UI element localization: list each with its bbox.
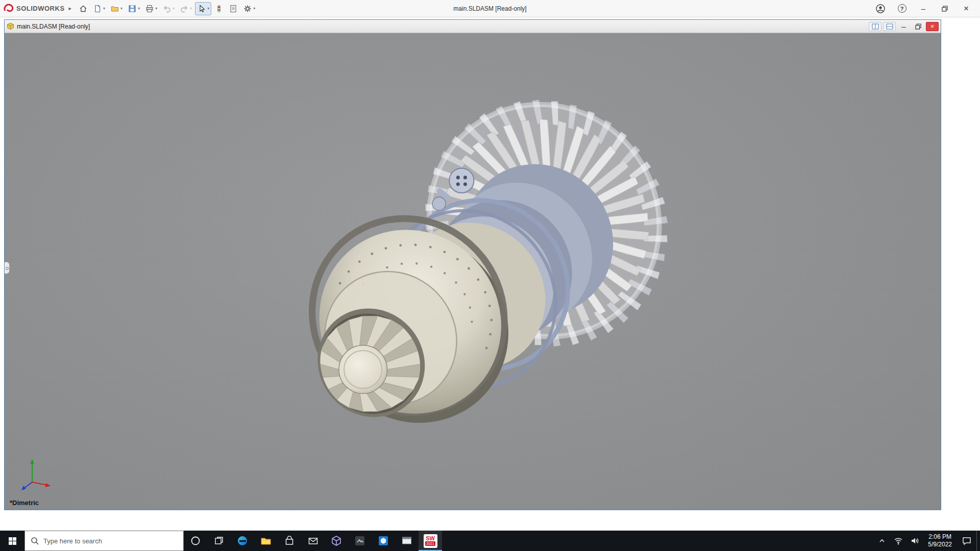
taskbar-app-window[interactable] xyxy=(395,531,419,551)
taskbar-app-solidworks[interactable]: SW 2021 xyxy=(419,531,442,551)
document-titlebar[interactable]: main.SLDASM [Read-only] – × xyxy=(5,20,941,33)
taskbar-search-box[interactable]: Type here to search xyxy=(24,531,184,551)
gear-icon xyxy=(243,4,252,13)
split-view-horizontal-button[interactable] xyxy=(883,22,896,31)
app-client-area: main.SLDASM [Read-only] – × xyxy=(0,17,980,531)
system-tray: 2:06 PM 5/9/2022 xyxy=(874,531,980,551)
new-document-button[interactable]: ▾ xyxy=(91,2,107,15)
open-folder-icon xyxy=(110,4,119,13)
screen: SOLIDWORKS ▸ ▾ ▾ ▾ ▾ xyxy=(0,0,980,551)
restore-document-button[interactable] xyxy=(912,22,924,31)
toolbar-expand-icon[interactable]: ▸ xyxy=(69,5,72,12)
taskbar-app-store[interactable] xyxy=(278,531,301,551)
home-icon xyxy=(79,4,88,13)
restore-window-button[interactable] xyxy=(934,0,955,17)
close-document-button[interactable]: × xyxy=(926,22,939,31)
dropdown-icon[interactable]: ▾ xyxy=(120,6,122,11)
task-view-button[interactable] xyxy=(207,531,231,551)
start-button[interactable] xyxy=(0,531,24,551)
split-vertical-icon xyxy=(872,23,879,30)
help-icon: ? xyxy=(898,4,906,13)
action-center-icon xyxy=(962,536,972,546)
minimize-document-button[interactable]: – xyxy=(897,22,910,31)
redo-button[interactable]: ▾ xyxy=(178,2,194,15)
close-icon: × xyxy=(964,4,969,14)
task-view-icon xyxy=(214,536,224,545)
taskbar-spacer xyxy=(442,531,874,551)
windows-taskbar: Type here to search xyxy=(0,531,980,551)
chevron-up-icon xyxy=(878,537,886,544)
rebuild-button[interactable] xyxy=(212,2,226,15)
dropdown-icon[interactable]: ▾ xyxy=(173,6,175,11)
redo-icon xyxy=(180,4,189,13)
taskbar-app-photos[interactable] xyxy=(348,531,372,551)
undo-icon xyxy=(162,4,172,13)
taskbar-app-edge[interactable] xyxy=(231,531,254,551)
app-titlebar: SOLIDWORKS ▸ ▾ ▾ ▾ ▾ xyxy=(0,0,980,17)
document-title: main.SLDASM [Read-only] xyxy=(17,23,90,30)
help-button[interactable]: ? xyxy=(891,0,913,17)
triad-y-axis xyxy=(30,459,34,464)
triad-z-axis xyxy=(21,486,26,490)
window-app-icon xyxy=(401,535,412,546)
jet-engine-model xyxy=(5,33,941,510)
options-button[interactable]: ▾ xyxy=(241,2,257,15)
undo-button[interactable]: ▾ xyxy=(160,2,177,15)
windows-logo-icon xyxy=(8,537,17,545)
3d-viewport[interactable]: *Dimetric xyxy=(5,33,941,510)
file-explorer-icon xyxy=(260,535,272,546)
rebuild-stoplight-icon xyxy=(214,4,224,13)
cortana-button[interactable] xyxy=(184,531,207,551)
document-window: main.SLDASM [Read-only] – × xyxy=(4,19,941,510)
dropdown-icon[interactable]: ▾ xyxy=(253,6,255,11)
brand-text: SOLIDWORKS xyxy=(16,5,65,12)
split-horizontal-icon xyxy=(886,23,893,30)
print-icon xyxy=(145,4,154,13)
volume-button[interactable] xyxy=(906,531,923,551)
tray-overflow-button[interactable] xyxy=(874,531,890,551)
cortana-icon xyxy=(190,536,201,546)
file-properties-button[interactable] xyxy=(227,2,240,15)
edge-browser-icon xyxy=(237,535,248,546)
taskbar-clock[interactable]: 2:06 PM 5/9/2022 xyxy=(923,531,957,551)
open-button[interactable]: ▾ xyxy=(108,2,125,15)
file-properties-icon xyxy=(229,4,238,13)
blue-cube-app-icon xyxy=(378,535,389,546)
dropdown-icon[interactable]: ▾ xyxy=(207,6,209,11)
taskbar-app-edrawings[interactable] xyxy=(372,531,395,551)
new-document-icon xyxy=(93,4,102,13)
user-account-icon xyxy=(875,4,886,14)
dropdown-icon[interactable]: ▾ xyxy=(103,6,105,11)
taskbar-app-3d-viewer[interactable] xyxy=(325,531,348,551)
search-placeholder: Type here to search xyxy=(43,537,102,545)
show-desktop-button[interactable] xyxy=(976,531,980,551)
dropdown-icon[interactable]: ▾ xyxy=(190,6,192,11)
close-icon: × xyxy=(930,23,935,30)
reference-triad xyxy=(15,454,56,494)
clock-time: 2:06 PM xyxy=(928,533,951,541)
close-window-button[interactable]: × xyxy=(955,0,977,17)
mail-icon xyxy=(308,536,318,546)
taskbar-app-file-explorer[interactable] xyxy=(254,531,278,551)
featuremanager-collapsed-handle[interactable] xyxy=(5,262,10,274)
minimize-window-button[interactable]: – xyxy=(913,0,934,17)
clock-date: 5/9/2022 xyxy=(928,541,952,548)
save-button[interactable]: ▾ xyxy=(126,2,142,15)
quick-access-toolbar: ▾ ▾ ▾ ▾ ▾ ▾ ▾ xyxy=(77,2,257,15)
taskbar-app-mail[interactable] xyxy=(301,531,325,551)
account-button[interactable] xyxy=(870,0,891,17)
print-button[interactable]: ▾ xyxy=(143,2,159,15)
photos-app-icon xyxy=(354,535,365,546)
action-center-button[interactable] xyxy=(957,531,976,551)
app-window-title: main.SLDASM [Read-only] xyxy=(453,0,526,17)
dropdown-icon[interactable]: ▾ xyxy=(138,6,140,11)
home-button[interactable] xyxy=(77,2,90,15)
network-button[interactable] xyxy=(890,531,906,551)
split-view-vertical-button[interactable] xyxy=(869,22,881,31)
search-icon xyxy=(31,537,39,545)
select-cursor-icon xyxy=(197,4,206,13)
select-tool-button[interactable]: ▾ xyxy=(195,2,211,15)
solidworks-year: 2021 xyxy=(425,541,435,546)
triad-x-axis xyxy=(45,483,51,487)
dropdown-icon[interactable]: ▾ xyxy=(155,6,157,11)
